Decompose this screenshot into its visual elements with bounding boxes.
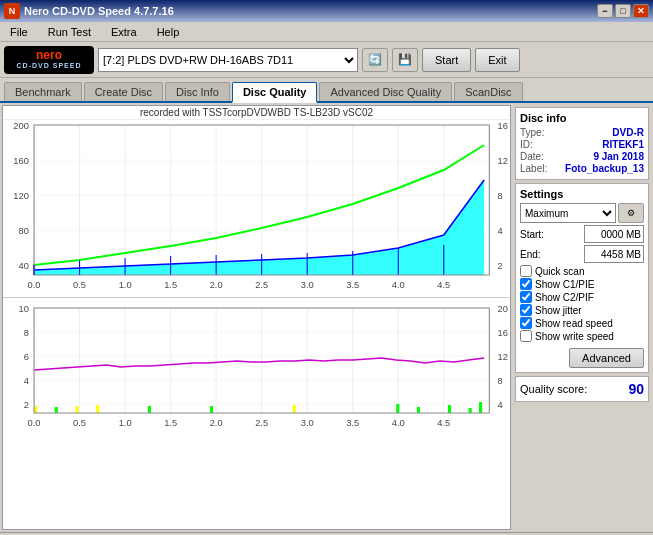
chart-area: recorded with TSSTcorpDVDWBD TS-LB23D vS… (2, 105, 511, 530)
lower-chart: 10 8 6 4 2 20 16 12 8 4 0.0 0.5 1.0 1.5 (3, 298, 510, 529)
show-read-speed-checkbox[interactable] (520, 317, 532, 329)
settings-section: Settings Maximum 16x 12x 8x 4x 2x 1x ⚙ S… (515, 183, 649, 373)
speed-config-button[interactable]: ⚙ (618, 203, 644, 223)
show-write-speed-label: Show write speed (535, 331, 614, 342)
menu-help[interactable]: Help (151, 24, 186, 40)
disc-info-section: Disc info Type: DVD-R ID: RITEKF1 Date: … (515, 107, 649, 180)
refresh-button[interactable]: 🔄 (362, 48, 388, 72)
svg-rect-88 (75, 406, 78, 413)
minimize-button[interactable]: − (597, 4, 613, 18)
menu-bar: File Run Test Extra Help (0, 22, 653, 42)
svg-text:2.5: 2.5 (255, 418, 268, 428)
svg-text:3.5: 3.5 (346, 418, 359, 428)
show-c1-pie-label: Show C1/PIE (535, 279, 594, 290)
save-button[interactable]: 💾 (392, 48, 418, 72)
svg-text:4.0: 4.0 (392, 418, 405, 428)
svg-text:4.0: 4.0 (392, 280, 405, 290)
app-icon: N (4, 3, 20, 19)
svg-rect-96 (469, 408, 472, 413)
menu-file[interactable]: File (4, 24, 34, 40)
show-c2-pif-checkbox[interactable] (520, 291, 532, 303)
show-jitter-checkbox[interactable] (520, 304, 532, 316)
svg-text:1.5: 1.5 (164, 418, 177, 428)
lower-chart-svg: 10 8 6 4 2 20 16 12 8 4 0.0 0.5 1.0 1.5 (3, 298, 510, 438)
disc-info-title: Disc info (520, 112, 644, 124)
svg-text:120: 120 (13, 191, 29, 201)
svg-text:2.5: 2.5 (255, 280, 268, 290)
svg-text:8: 8 (24, 328, 29, 338)
svg-text:3.5: 3.5 (346, 280, 359, 290)
id-label: ID: (520, 139, 533, 150)
drive-selector[interactable]: [7:2] PLDS DVD+RW DH-16ABS 7D11 (98, 48, 358, 72)
charts-container: 200 160 120 80 40 16 12 8 4 2 0.0 0.5 1.… (3, 120, 510, 529)
show-read-speed-label: Show read speed (535, 318, 613, 329)
tab-advanced-disc-quality[interactable]: Advanced Disc Quality (319, 82, 452, 101)
svg-text:4.5: 4.5 (437, 280, 450, 290)
tab-create-disc[interactable]: Create Disc (84, 82, 163, 101)
svg-text:2.0: 2.0 (210, 418, 223, 428)
svg-text:12: 12 (498, 352, 508, 362)
tab-disc-quality[interactable]: Disc Quality (232, 82, 318, 103)
svg-text:40: 40 (19, 261, 29, 271)
svg-text:10: 10 (19, 304, 29, 314)
svg-text:0.5: 0.5 (73, 280, 86, 290)
svg-text:80: 80 (19, 226, 29, 236)
svg-text:4: 4 (498, 400, 503, 410)
svg-text:1.0: 1.0 (119, 280, 132, 290)
start-button[interactable]: Start (422, 48, 471, 72)
speed-select[interactable]: Maximum 16x 12x 8x 4x 2x 1x (520, 203, 616, 223)
svg-text:4.5: 4.5 (437, 418, 450, 428)
svg-text:6: 6 (24, 352, 29, 362)
close-button[interactable]: ✕ (633, 4, 649, 18)
start-input[interactable] (584, 225, 644, 243)
quality-score-label: Quality score: (520, 383, 587, 395)
svg-text:8: 8 (498, 191, 503, 201)
svg-text:8: 8 (498, 376, 503, 386)
tab-benchmark[interactable]: Benchmark (4, 82, 82, 101)
main-content: recorded with TSSTcorpDVDWBD TS-LB23D vS… (0, 103, 653, 532)
upper-chart-svg: 200 160 120 80 40 16 12 8 4 2 0.0 0.5 1.… (3, 120, 510, 295)
date-value: 9 Jan 2018 (593, 151, 644, 162)
svg-rect-97 (479, 402, 482, 413)
type-label: Type: (520, 127, 544, 138)
svg-rect-49 (3, 298, 510, 438)
svg-text:20: 20 (498, 304, 508, 314)
advanced-button[interactable]: Advanced (569, 348, 644, 368)
nero-logo: nero CD-DVD SPEED (4, 46, 94, 74)
menu-run-test[interactable]: Run Test (42, 24, 97, 40)
svg-rect-93 (396, 404, 399, 413)
svg-text:4: 4 (498, 226, 503, 236)
quality-score-section: Quality score: 90 (515, 376, 649, 402)
svg-text:0.0: 0.0 (28, 280, 41, 290)
settings-title: Settings (520, 188, 644, 200)
svg-text:200: 200 (13, 121, 29, 131)
quality-score-value: 90 (628, 381, 644, 397)
disc-label-value: Foto_backup_13 (565, 163, 644, 174)
date-label: Date: (520, 151, 544, 162)
disc-label-label: Label: (520, 163, 547, 174)
tab-disc-info[interactable]: Disc Info (165, 82, 230, 101)
quick-scan-checkbox[interactable] (520, 265, 532, 277)
exit-button[interactable]: Exit (475, 48, 519, 72)
svg-text:16: 16 (498, 121, 508, 131)
window-title: Nero CD-DVD Speed 4.7.7.16 (24, 5, 174, 17)
svg-text:16: 16 (498, 328, 508, 338)
upper-chart: 200 160 120 80 40 16 12 8 4 2 0.0 0.5 1.… (3, 120, 510, 298)
svg-rect-91 (210, 406, 213, 413)
show-c1-pie-checkbox[interactable] (520, 278, 532, 290)
svg-rect-95 (448, 405, 451, 413)
maximize-button[interactable]: □ (615, 4, 631, 18)
tab-scan-disc[interactable]: ScanDisc (454, 82, 522, 101)
show-write-speed-checkbox[interactable] (520, 330, 532, 342)
svg-rect-89 (96, 405, 99, 413)
title-bar: N Nero CD-DVD Speed 4.7.7.16 − □ ✕ (0, 0, 653, 22)
end-label: End: (520, 249, 541, 260)
quick-scan-label: Quick scan (535, 266, 584, 277)
svg-text:1.0: 1.0 (119, 418, 132, 428)
end-input[interactable] (584, 245, 644, 263)
menu-extra[interactable]: Extra (105, 24, 143, 40)
type-value: DVD-R (612, 127, 644, 138)
svg-text:3.0: 3.0 (301, 418, 314, 428)
chart-subtitle: recorded with TSSTcorpDVDWBD TS-LB23D vS… (3, 106, 510, 120)
svg-rect-94 (417, 407, 420, 413)
